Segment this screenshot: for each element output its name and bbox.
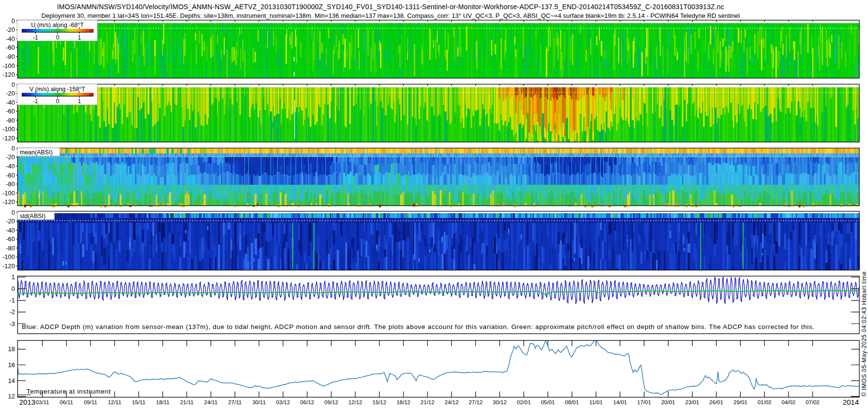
svg-text:27/11: 27/11 [228,399,242,405]
svg-text:-40: -40 [6,99,15,106]
svg-text:17/01: 17/01 [637,399,651,405]
svg-text:24/12: 24/12 [445,399,459,405]
svg-text:0: 0 [56,34,59,41]
svg-text:mean(ABSI): mean(ABSI) [20,149,53,156]
svg-text:-1: -1 [33,98,38,105]
svg-text:12/11: 12/11 [108,399,122,405]
svg-text:26/01: 26/01 [709,399,723,405]
svg-text:Temperature at instrument: Temperature at instrument [27,388,111,395]
svg-text:23/01: 23/01 [685,399,699,405]
svg-text:-40: -40 [6,35,15,42]
svg-text:0: 0 [12,81,15,88]
svg-text:18: 18 [8,345,15,353]
svg-text:14/01: 14/01 [613,399,627,405]
svg-text:0: 0 [12,145,15,152]
svg-text:Deployment 30, member 1 lat=34: Deployment 30, member 1 lat=34S lon=151.… [41,12,740,19]
svg-text:2013: 2013 [19,398,35,406]
svg-text:-2: -2 [9,308,15,315]
svg-text:18/11: 18/11 [156,399,170,405]
svg-text:30/12: 30/12 [493,399,507,405]
svg-text:21/12: 21/12 [420,399,434,405]
svg-text:24/11: 24/11 [204,399,217,405]
svg-text:12/12: 12/12 [348,399,362,405]
svg-text:20/01: 20/01 [661,399,675,405]
svg-text:IMOS/ANMN/NSW/SYD140/Velocity/: IMOS/ANMN/NSW/SYD140/Velocity/IMOS_ANMN-… [57,3,724,11]
svg-text:15/11: 15/11 [132,399,146,405]
svg-text:0: 0 [12,285,15,292]
svg-text:12: 12 [8,393,15,400]
svg-text:-100: -100 [2,253,15,260]
svg-text:std(ABSI): std(ABSI) [20,213,46,219]
svg-text:-60: -60 [6,44,15,51]
svg-text:30/11: 30/11 [252,399,266,405]
svg-text:-120: -120 [2,71,15,78]
svg-text:1: 1 [78,34,81,41]
svg-text:-1: -1 [33,34,38,41]
svg-text:01/02: 01/02 [758,399,772,405]
svg-text:-80: -80 [6,245,15,252]
svg-text:-40: -40 [6,227,15,234]
svg-text:09/11: 09/11 [84,399,97,405]
svg-text:06/11: 06/11 [60,399,73,405]
svg-text:16: 16 [8,361,15,369]
svg-text:29/01: 29/01 [733,399,747,405]
svg-text:-20: -20 [6,153,15,161]
svg-text:07/02: 07/02 [806,399,820,405]
svg-text:27/12: 27/12 [469,399,483,405]
svg-text:-20: -20 [6,90,15,97]
svg-text:-80: -80 [6,53,15,60]
svg-text:-60: -60 [6,108,15,115]
svg-text:0: 0 [12,17,15,25]
svg-text:-120: -120 [2,135,15,142]
svg-text:-120: -120 [2,262,15,270]
svg-text:-20: -20 [6,218,15,225]
svg-text:04/02: 04/02 [782,399,796,405]
svg-text:-80: -80 [6,180,15,188]
svg-text:15/12: 15/12 [372,399,386,405]
svg-text:-60: -60 [6,235,15,243]
svg-text:© IMOS 05-May-2025 04:02:43 Ho: © IMOS 05-May-2025 04:02:43 Hobart time [861,271,868,396]
svg-text:02/01: 02/01 [517,399,531,405]
svg-text:09/12: 09/12 [325,399,339,405]
svg-text:-100: -100 [2,190,15,197]
svg-text:-1: -1 [9,297,15,304]
svg-text:Blue: ADCP Depth (m) variation: Blue: ADCP Depth (m) variation from sens… [22,323,814,330]
svg-text:-80: -80 [6,117,15,124]
svg-text:05/01: 05/01 [541,399,555,405]
svg-text:18/12: 18/12 [396,399,410,405]
svg-text:-60: -60 [6,172,15,179]
svg-text:-40: -40 [6,163,15,170]
svg-text:1: 1 [78,98,81,105]
svg-text:03/11: 03/11 [36,399,49,405]
svg-text:-3: -3 [9,320,15,328]
svg-text:2014: 2014 [843,398,859,406]
svg-text:-100: -100 [2,62,15,69]
svg-text:06/12: 06/12 [300,399,314,405]
svg-text:21/11: 21/11 [180,399,193,405]
svg-text:14: 14 [8,377,15,384]
svg-text:11/01: 11/01 [589,399,603,405]
svg-text:08/01: 08/01 [565,399,579,405]
svg-text:0: 0 [12,209,15,216]
svg-text:-100: -100 [2,125,15,133]
svg-text:-120: -120 [2,198,15,205]
svg-text:0: 0 [56,98,59,105]
svg-text:-20: -20 [6,26,15,33]
svg-text:1: 1 [12,273,15,281]
svg-text:03/12: 03/12 [276,399,290,405]
